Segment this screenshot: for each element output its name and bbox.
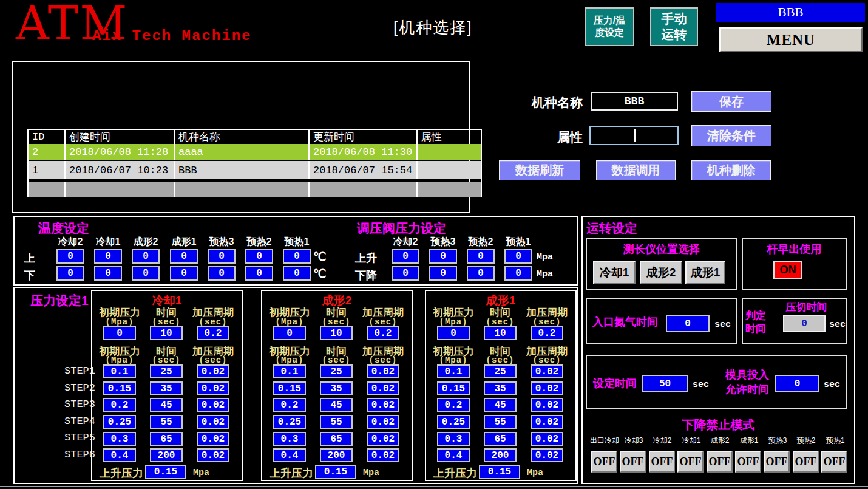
temp-upper-input[interactable]: 0: [245, 249, 273, 264]
initial-cycle-input[interactable]: 0.2: [197, 326, 229, 340]
step-time-input[interactable]: 45: [150, 398, 183, 412]
step-pressure-input[interactable]: 0.3: [437, 432, 470, 446]
temp-lower-input[interactable]: 0: [94, 266, 122, 281]
step-pressure-input[interactable]: 0.2: [437, 398, 470, 412]
step-pressure-input[interactable]: 0.15: [437, 381, 470, 395]
step-time-input[interactable]: 45: [320, 398, 353, 412]
descend-prohibit-toggle[interactable]: OFF: [649, 451, 675, 473]
step-cycle-input[interactable]: 0.02: [367, 364, 399, 378]
valve-rise-input[interactable]: 0: [467, 249, 495, 264]
length-gauge-forming2-button[interactable]: 成形2: [640, 261, 682, 284]
step-cycle-input[interactable]: 0.02: [197, 448, 229, 462]
table-row-empty[interactable]: [29, 182, 481, 197]
descend-prohibit-toggle[interactable]: OFF: [793, 451, 819, 473]
valve-fall-input[interactable]: 0: [429, 266, 457, 281]
data-refresh-button[interactable]: 数据刷新: [499, 160, 580, 180]
initial-time-input[interactable]: 10: [320, 326, 353, 340]
judge-time-field[interactable]: 0: [783, 315, 826, 332]
step-pressure-input[interactable]: 0.4: [437, 448, 470, 462]
step-cycle-input[interactable]: 0.02: [531, 398, 563, 412]
rise-pressure-input[interactable]: 0.15: [315, 465, 356, 479]
step-time-input[interactable]: 25: [320, 364, 353, 378]
step-pressure-input[interactable]: 0.1: [103, 364, 136, 378]
step-pressure-input[interactable]: 0.4: [103, 448, 136, 462]
rod-early-toggle[interactable]: ON: [773, 261, 802, 279]
initial-pressure-input[interactable]: 0: [273, 326, 306, 340]
step-cycle-input[interactable]: 0.02: [367, 448, 399, 462]
step-cycle-input[interactable]: 0.02: [531, 432, 563, 446]
attr-input[interactable]: [589, 126, 679, 145]
temp-upper-input[interactable]: 0: [283, 249, 311, 264]
step-time-input[interactable]: 200: [320, 448, 353, 462]
step-time-input[interactable]: 200: [150, 448, 183, 462]
step-time-input[interactable]: 45: [484, 398, 517, 412]
descend-prohibit-toggle[interactable]: OFF: [677, 451, 704, 473]
descend-prohibit-toggle[interactable]: OFF: [591, 451, 617, 473]
temp-upper-input[interactable]: 0: [132, 249, 160, 264]
set-time-input[interactable]: 50: [642, 375, 688, 392]
initial-pressure-input[interactable]: 0: [103, 326, 136, 340]
step-cycle-input[interactable]: 0.02: [367, 432, 399, 446]
initial-pressure-input[interactable]: 0: [437, 326, 470, 340]
step-time-input[interactable]: 35: [150, 381, 183, 395]
temp-lower-input[interactable]: 0: [245, 266, 273, 281]
menu-button[interactable]: MENU: [719, 27, 863, 52]
step-time-input[interactable]: 55: [150, 415, 183, 429]
nitrogen-input[interactable]: 0: [666, 315, 710, 332]
valve-rise-input[interactable]: 0: [429, 249, 457, 264]
valve-fall-input[interactable]: 0: [467, 266, 495, 281]
step-cycle-input[interactable]: 0.02: [197, 364, 229, 378]
descend-prohibit-toggle[interactable]: OFF: [735, 451, 761, 473]
step-time-input[interactable]: 25: [150, 364, 183, 378]
mold-time-input[interactable]: 0: [775, 375, 819, 392]
step-pressure-input[interactable]: 0.2: [273, 398, 306, 412]
temp-upper-input[interactable]: 0: [56, 249, 84, 264]
data-recall-button[interactable]: 数据调用: [596, 160, 676, 180]
clear-condition-button[interactable]: 清除条件: [691, 125, 771, 146]
step-pressure-input[interactable]: 0.15: [273, 381, 306, 395]
step-cycle-input[interactable]: 0.02: [531, 415, 563, 429]
step-pressure-input[interactable]: 0.25: [437, 415, 470, 429]
step-cycle-input[interactable]: 0.02: [531, 381, 563, 395]
step-pressure-input[interactable]: 0.3: [273, 432, 306, 446]
step-cycle-input[interactable]: 0.02: [367, 398, 399, 412]
temp-lower-input[interactable]: 0: [132, 266, 160, 281]
step-pressure-input[interactable]: 0.3: [103, 432, 136, 446]
step-time-input[interactable]: 25: [484, 364, 517, 378]
pressure-temp-setting-button[interactable]: 压力/温 度设定: [585, 7, 634, 46]
initial-cycle-input[interactable]: 0.2: [367, 326, 399, 340]
step-pressure-input[interactable]: 0.25: [273, 415, 306, 429]
step-pressure-input[interactable]: 0.4: [273, 448, 306, 462]
initial-cycle-input[interactable]: 0.2: [531, 326, 563, 340]
step-pressure-input[interactable]: 0.15: [103, 381, 136, 395]
step-cycle-input[interactable]: 0.02: [197, 432, 229, 446]
descend-prohibit-toggle[interactable]: OFF: [620, 451, 646, 473]
step-time-input[interactable]: 65: [150, 432, 183, 446]
manual-run-button[interactable]: 手动 运转: [650, 7, 698, 46]
step-time-input[interactable]: 55: [484, 415, 517, 429]
step-cycle-input[interactable]: 0.02: [197, 398, 229, 412]
machine-delete-button[interactable]: 机种删除: [691, 160, 771, 180]
machine-name-input[interactable]: BBB: [591, 92, 678, 111]
step-pressure-input[interactable]: 0.1: [437, 364, 470, 378]
step-time-input[interactable]: 35: [484, 381, 517, 395]
valve-fall-input[interactable]: 0: [392, 266, 419, 281]
valve-rise-input[interactable]: 0: [504, 249, 532, 264]
step-cycle-input[interactable]: 0.02: [197, 381, 229, 395]
temp-upper-input[interactable]: 0: [94, 249, 122, 264]
length-gauge-forming1-button[interactable]: 成形1: [685, 261, 725, 284]
rise-pressure-input[interactable]: 0.15: [479, 465, 520, 479]
step-pressure-input[interactable]: 0.25: [103, 415, 136, 429]
length-gauge-cooling1-button[interactable]: 冷却1: [593, 261, 636, 284]
step-time-input[interactable]: 35: [320, 381, 353, 395]
descend-prohibit-toggle[interactable]: OFF: [707, 451, 733, 473]
step-cycle-input[interactable]: 0.02: [531, 364, 563, 378]
descend-prohibit-toggle[interactable]: OFF: [764, 451, 790, 473]
step-time-input[interactable]: 65: [484, 432, 517, 446]
table-row-selected[interactable]: 2 2018/06/08 11:28 aaaa 2018/06/08 11:30: [29, 144, 481, 160]
rise-pressure-input[interactable]: 0.15: [145, 465, 186, 479]
table-row[interactable]: 1 2018/06/07 10:23 BBB 2018/06/07 15:54: [29, 161, 481, 179]
step-cycle-input[interactable]: 0.02: [367, 415, 399, 429]
temp-upper-input[interactable]: 0: [170, 249, 198, 264]
step-cycle-input[interactable]: 0.02: [531, 448, 563, 462]
